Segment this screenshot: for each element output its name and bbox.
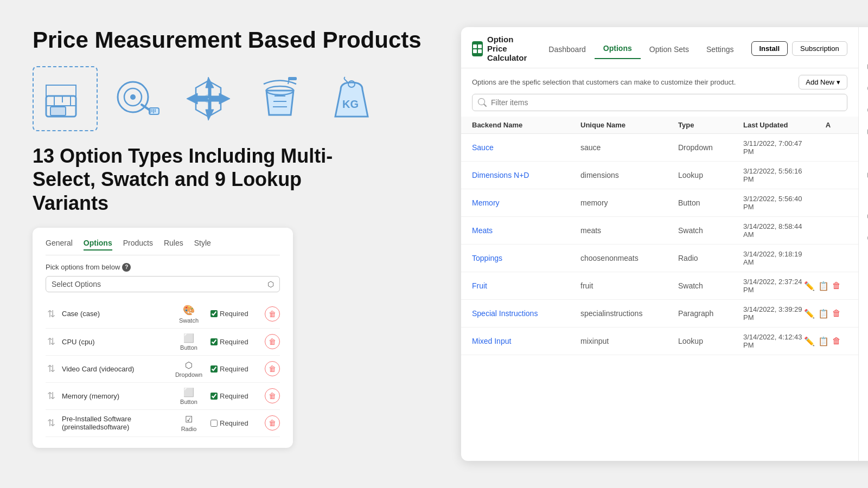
svg-text:KG: KG [342, 98, 359, 110]
last-updated: 3/14/2022, 9:18:19 AM [743, 250, 804, 266]
delete-icon[interactable]: 🗑 [832, 309, 841, 318]
unique-name: fruit [580, 281, 678, 290]
svg-rect-30 [478, 44, 482, 48]
col-type: Type [678, 121, 743, 129]
nav-settings[interactable]: Settings [698, 45, 743, 59]
app-card: Option Price Calculator Dashboard Option… [461, 27, 868, 461]
subscription-button[interactable]: Subscription [792, 41, 847, 56]
dropdown-item-swatch[interactable]: Swatch [859, 79, 868, 100]
options-list: ⇅ Case (case) 🎨 Swatch Required 🗑 ⇅ CP [46, 300, 280, 437]
dropdown-item-number[interactable]: # Number [859, 188, 868, 206]
icons-row: KG [33, 66, 439, 131]
delete-button[interactable]: 🗑 [265, 388, 280, 403]
copy-icon[interactable]: 📋 [818, 336, 829, 346]
nav-options[interactable]: Options [595, 44, 641, 59]
dropdown-item-button[interactable]: Button [859, 207, 868, 228]
required-checkbox[interactable]: Required [210, 310, 259, 318]
last-updated: 3/12/2022, 5:56:16 PM [743, 167, 804, 183]
option-name: Video Card (videocard) [62, 365, 167, 373]
app-header: Option Price Calculator Dashboard Option… [461, 27, 858, 68]
instructions-type-icon: i [866, 233, 868, 245]
tab-products[interactable]: Products [123, 239, 153, 251]
tab-style[interactable]: Style [194, 239, 211, 251]
tab-options[interactable]: Options [84, 239, 112, 251]
backend-name[interactable]: Sauce [472, 143, 580, 152]
nav-option-sets[interactable]: Option Sets [641, 45, 698, 59]
tab-rules[interactable]: Rules [164, 239, 183, 251]
unique-name: sauce [580, 143, 678, 152]
type-badge-button2: ⬜ Button [173, 387, 205, 405]
drag-handle-icon[interactable]: ⇅ [46, 308, 56, 320]
drag-handle-icon[interactable]: ⇅ [46, 417, 56, 429]
delete-icon[interactable]: 🗑 [832, 336, 841, 346]
col-last-updated: Last Updated [743, 121, 826, 129]
delete-button[interactable]: 🗑 [265, 361, 280, 376]
backend-name[interactable]: Fruit [472, 281, 580, 290]
edit-icon[interactable]: ✏️ [804, 309, 815, 319]
backend-name[interactable]: Special Instructions [472, 309, 580, 318]
drag-handle-icon[interactable]: ⇅ [46, 363, 56, 375]
email-type-icon [866, 170, 868, 182]
last-updated: 3/14/2022, 2:37:24 PM [743, 278, 804, 294]
backend-name[interactable]: Toppings [472, 254, 580, 262]
required-checkbox[interactable]: Required [210, 392, 259, 400]
edit-icon[interactable]: ✏️ [804, 336, 815, 346]
unique-name: memory [580, 198, 678, 207]
copy-icon[interactable]: 📋 [818, 309, 829, 319]
required-checkbox[interactable]: Required [210, 365, 259, 373]
dropdown-item-email[interactable]: Email [859, 166, 868, 187]
option-row-memory: ⇅ Memory (memory) ⬜ Button Required 🗑 [46, 383, 280, 410]
dropdown-item-text[interactable]: Text [859, 123, 868, 143]
help-icon[interactable]: ? [122, 263, 131, 272]
dropdown-item-instructions[interactable]: i Instructions [859, 229, 868, 249]
backend-name[interactable]: Meats [472, 226, 580, 235]
install-button[interactable]: Install [751, 41, 788, 56]
paragraph-type-icon [866, 149, 868, 160]
delete-button[interactable]: 🗑 [265, 306, 280, 322]
option-name: Case (case) [62, 310, 167, 318]
bucket-icon-box [247, 66, 312, 131]
drag-handle-icon[interactable]: ⇅ [46, 390, 56, 402]
nav-buttons: Install Subscription [751, 41, 847, 61]
dropdown-item-paragraph[interactable]: Paragraph [859, 144, 868, 165]
add-new-button[interactable]: Add New ▾ [799, 75, 847, 89]
backend-name[interactable]: Memory [472, 198, 580, 207]
required-checkbox[interactable]: Required [210, 338, 259, 346]
backend-name[interactable]: Mixed Input [472, 337, 580, 345]
option-name: Pre-Installed Software (preinstalledsoft… [62, 415, 167, 431]
col-actions: A [826, 121, 847, 129]
left-panel: Price Measurement Based Products [33, 27, 439, 461]
type: Lookup [678, 171, 743, 179]
tab-general[interactable]: General [46, 239, 73, 251]
delete-button[interactable]: 🗑 [265, 334, 280, 349]
svg-rect-32 [478, 49, 482, 53]
row-actions: ✏️ 📋 🗑 [804, 309, 847, 319]
dropdown-item-lookup[interactable]: Lookup [859, 36, 868, 56]
drag-handle-icon[interactable]: ⇅ [46, 336, 56, 348]
last-updated: 3/11/2022, 7:00:47 PM [743, 139, 804, 156]
swatch-type-icon [866, 84, 868, 95]
dropdown-type-icon [866, 62, 868, 74]
nav-dashboard[interactable]: Dashboard [540, 45, 595, 59]
delete-icon[interactable]: 🗑 [832, 281, 841, 291]
delete-button[interactable]: 🗑 [265, 415, 280, 431]
row-actions: ✏️ 📋 🗑 [804, 281, 847, 291]
backend-name[interactable]: Dimensions N+D [472, 171, 580, 179]
svg-point-8 [130, 94, 136, 100]
app-title: Option Price Calculator [487, 35, 531, 62]
required-checkbox[interactable]: Required [210, 419, 259, 427]
edit-icon[interactable]: ✏️ [804, 281, 815, 291]
table-row: Special Instructions specialinstructions… [461, 300, 858, 328]
type-badge-button: ⬜ Button [173, 333, 205, 351]
filter-row [461, 94, 858, 117]
filter-input[interactable] [472, 94, 847, 111]
copy-icon[interactable]: 📋 [818, 281, 829, 291]
type: Lookup [678, 337, 743, 345]
svg-rect-29 [473, 44, 477, 48]
main-title: Price Measurement Based Products [33, 27, 439, 53]
select-options-dropdown[interactable]: Select Options ⬡ [46, 276, 280, 292]
dropdown-item-dropdown[interactable]: Dropdown [859, 57, 868, 78]
dropdown-item-radio[interactable]: Radio [859, 101, 868, 121]
type-badge-radio: ☑ Radio [173, 414, 205, 432]
unique-name: meats [580, 226, 678, 235]
